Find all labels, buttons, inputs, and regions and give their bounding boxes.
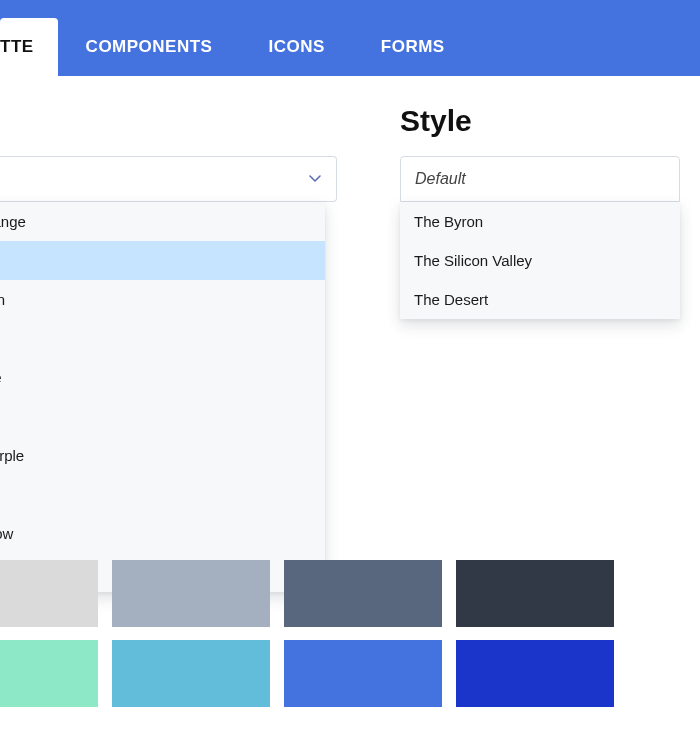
tab-label: COMPONENTS <box>86 37 213 57</box>
palette-option-lavender-purple[interactable]: der Purple <box>0 436 325 475</box>
style-select[interactable]: Default <box>400 156 680 202</box>
style-title: Style <box>400 104 680 138</box>
option-label: al Yellow <box>0 525 13 542</box>
color-swatch[interactable] <box>112 560 270 627</box>
color-swatch[interactable] <box>0 560 98 627</box>
tab-components[interactable]: COMPONENTS <box>58 18 241 76</box>
palette-dropdown: nn Orange n Blue t Green t Pink t Beige <box>0 202 325 592</box>
swatch-row <box>0 640 700 707</box>
tab-label: FORMS <box>381 37 445 57</box>
tab-palette[interactable]: TTE <box>0 18 58 76</box>
color-swatch[interactable] <box>456 560 614 627</box>
palette-option-gray[interactable]: ay <box>0 397 325 436</box>
swatch-grid <box>0 560 700 720</box>
palette-select[interactable]: lt <box>0 156 337 202</box>
palette-option-forest-green[interactable]: t Green <box>0 280 325 319</box>
style-option-silicon-valley[interactable]: The Silicon Valley <box>400 241 680 280</box>
content-area: tte lt nn Orange n Blue t Gr <box>0 76 700 592</box>
palette-option-autumn-orange[interactable]: nn Orange <box>0 202 325 241</box>
palette-option-ocean-blue[interactable]: n Blue <box>0 241 325 280</box>
tab-label: ICONS <box>268 37 324 57</box>
palette-option-sunset-pink[interactable]: t Pink <box>0 319 325 358</box>
style-column: Style Default The Byron The Silicon Vall… <box>400 104 680 592</box>
color-swatch[interactable] <box>284 560 442 627</box>
option-label: The Desert <box>414 291 488 308</box>
color-swatch[interactable] <box>0 640 98 707</box>
option-label: The Silicon Valley <box>414 252 532 269</box>
tab-forms[interactable]: FORMS <box>353 18 473 76</box>
tab-icons[interactable]: ICONS <box>240 18 352 76</box>
chevron-down-icon <box>308 172 322 186</box>
color-swatch[interactable] <box>456 640 614 707</box>
option-label: t Green <box>0 291 5 308</box>
palette-option-desert-beige[interactable]: t Beige <box>0 358 325 397</box>
palette-option-tropical-yellow[interactable]: al Yellow <box>0 514 325 553</box>
style-option-byron[interactable]: The Byron <box>400 202 680 241</box>
palette-column: tte lt nn Orange n Blue t Gr <box>0 104 340 592</box>
option-label: t Beige <box>0 369 2 386</box>
palette-option-red[interactable]: Red <box>0 475 325 514</box>
option-label: The Byron <box>414 213 483 230</box>
style-select-value: Default <box>415 170 466 188</box>
tab-bar: TTE COMPONENTS ICONS FORMS <box>0 0 700 76</box>
swatch-row <box>0 560 700 627</box>
option-label: nn Orange <box>0 213 26 230</box>
palette-title: tte <box>0 104 337 138</box>
color-swatch[interactable] <box>284 640 442 707</box>
style-dropdown: The Byron The Silicon Valley The Desert <box>400 202 680 319</box>
style-option-desert[interactable]: The Desert <box>400 280 680 319</box>
option-label: der Purple <box>0 447 24 464</box>
color-swatch[interactable] <box>112 640 270 707</box>
tab-label: TTE <box>0 37 34 57</box>
